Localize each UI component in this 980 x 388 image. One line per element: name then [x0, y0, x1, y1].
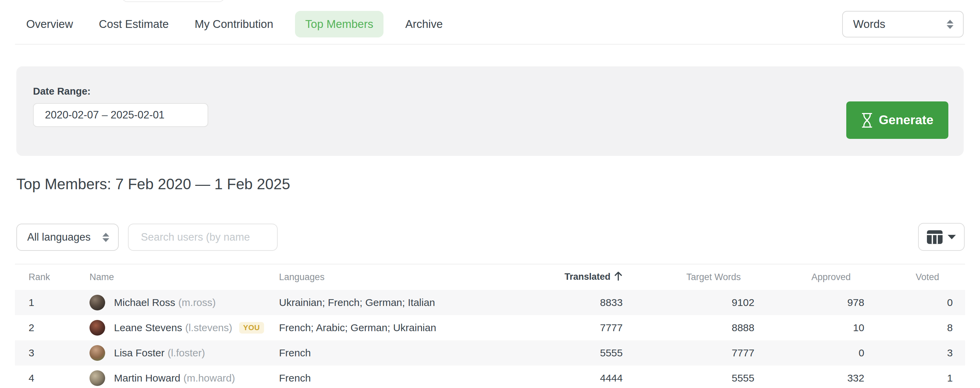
- approved-cell: 0: [754, 347, 864, 359]
- column-header-name[interactable]: Name: [89, 272, 279, 283]
- search-users-input[interactable]: [128, 224, 278, 251]
- member-name: Leane Stevens: [114, 322, 182, 334]
- date-range-input[interactable]: [33, 103, 208, 127]
- chevron-down-icon: [948, 235, 956, 239]
- rank-cell: 4: [15, 372, 89, 384]
- table-row: 2 Leane Stevens (l.stevens) YOU French; …: [15, 315, 965, 340]
- avatar: [89, 320, 105, 336]
- hourglass-icon: [861, 112, 873, 128]
- select-updown-icon: [947, 20, 953, 29]
- column-header-translated-label: Translated: [565, 272, 611, 282]
- voted-cell: 1: [864, 372, 965, 384]
- member-name: Martin Howard: [114, 372, 180, 384]
- target-words-cell: 8888: [623, 322, 754, 334]
- select-updown-icon: [102, 233, 109, 242]
- member-name: Lisa Foster: [114, 347, 164, 359]
- languages-cell: Ukrainian; French; German; Italian: [279, 297, 493, 308]
- avatar: [89, 370, 105, 386]
- translated-cell: 8833: [493, 297, 623, 308]
- approved-cell: 978: [754, 297, 864, 308]
- sort-ascending-icon: [614, 271, 623, 283]
- unit-select-value: Words: [853, 18, 885, 31]
- name-cell: Leane Stevens (l.stevens) YOU: [89, 320, 279, 336]
- languages-cell: French; Arabic; German; Ukrainian: [279, 322, 493, 334]
- date-range-label: Date Range:: [33, 86, 91, 97]
- rank-cell: 3: [15, 347, 89, 359]
- member-name: Michael Ross: [114, 297, 175, 308]
- avatar: [89, 345, 105, 361]
- column-header-rank[interactable]: Rank: [15, 272, 89, 283]
- name-cell: Michael Ross (m.ross): [89, 295, 279, 310]
- column-header-translated-sorted[interactable]: Translated: [493, 271, 623, 283]
- column-header-voted[interactable]: Voted: [864, 272, 965, 283]
- approved-cell: 332: [754, 372, 864, 384]
- tab-overview[interactable]: Overview: [26, 18, 73, 31]
- member-username: (m.ross): [178, 297, 216, 308]
- tab-cost-estimate[interactable]: Cost Estimate: [99, 18, 169, 31]
- member-username: (l.stevens): [185, 322, 232, 334]
- languages-cell: French: [279, 347, 493, 359]
- table-row: 3 Lisa Foster (l.foster) French 5555 777…: [15, 340, 965, 366]
- table-columns-button[interactable]: [918, 223, 965, 251]
- column-header-approved[interactable]: Approved: [754, 272, 864, 283]
- tab-archive[interactable]: Archive: [405, 18, 443, 31]
- table-columns-icon: [927, 230, 943, 244]
- rank-cell: 1: [15, 297, 89, 308]
- approved-cell: 10: [754, 322, 864, 334]
- report-generator-panel: Date Range: Generate: [16, 66, 964, 156]
- voted-cell: 3: [864, 347, 965, 359]
- report-tabs: Overview Cost Estimate My Contribution T…: [26, 11, 443, 37]
- language-filter-select[interactable]: All languages: [16, 224, 119, 251]
- avatar: [89, 295, 105, 310]
- top-members-table: Rank Name Languages Translated Target Wo…: [15, 264, 965, 388]
- column-header-languages[interactable]: Languages: [279, 272, 493, 283]
- translated-cell: 5555: [493, 347, 623, 359]
- voted-cell: 0: [864, 297, 965, 308]
- page-title: Top Members: 7 Feb 2020 — 1 Feb 2025: [16, 176, 290, 192]
- clipped-element-above: [122, 0, 224, 2]
- target-words-cell: 5555: [623, 372, 754, 384]
- languages-cell: French: [279, 372, 493, 384]
- tab-top-members[interactable]: Top Members: [295, 11, 383, 37]
- column-header-target-words[interactable]: Target Words: [623, 272, 754, 283]
- target-words-cell: 7777: [623, 347, 754, 359]
- tabs-divider: [15, 44, 965, 45]
- translated-cell: 4444: [493, 372, 623, 384]
- voted-cell: 8: [864, 322, 965, 334]
- table-row: 1 Michael Ross (m.ross) Ukrainian; Frenc…: [15, 290, 965, 315]
- target-words-cell: 9102: [623, 297, 754, 308]
- member-username: (m.howard): [183, 372, 235, 384]
- you-badge: YOU: [239, 322, 264, 334]
- table-row: 4 Martin Howard (m.howard) French 4444 5…: [15, 366, 965, 388]
- unit-select[interactable]: Words: [842, 11, 964, 37]
- name-cell: Martin Howard (m.howard): [89, 370, 279, 386]
- language-filter-value: All languages: [27, 231, 91, 243]
- tab-my-contribution[interactable]: My Contribution: [195, 18, 273, 31]
- generate-button-label: Generate: [879, 113, 933, 127]
- table-header-row: Rank Name Languages Translated Target Wo…: [15, 264, 965, 290]
- member-username: (l.foster): [167, 347, 205, 359]
- generate-button[interactable]: Generate: [846, 102, 948, 139]
- rank-cell: 2: [15, 322, 89, 334]
- name-cell: Lisa Foster (l.foster): [89, 345, 279, 361]
- translated-cell: 7777: [493, 322, 623, 334]
